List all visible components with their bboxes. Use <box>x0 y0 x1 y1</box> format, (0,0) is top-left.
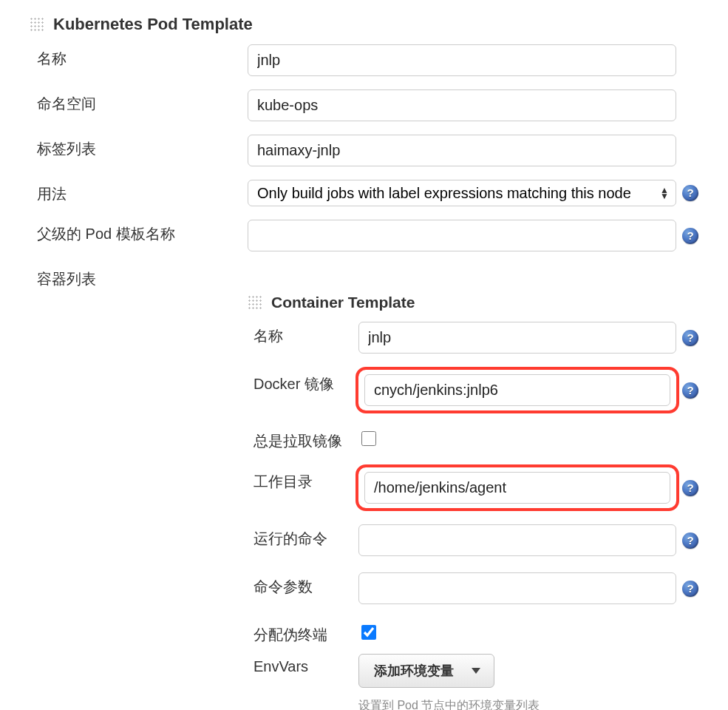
row-pod-usage: 用法 Only build jobs with label expression… <box>30 180 698 206</box>
select-pod-usage[interactable]: Only build jobs with label expressions m… <box>248 180 676 206</box>
help-icon[interactable] <box>682 480 698 496</box>
add-envvar-label: 添加环境变量 <box>374 662 454 680</box>
highlight-docker-image <box>356 367 679 413</box>
drag-handle-icon[interactable] <box>30 17 44 32</box>
label-working-dir: 工作目录 <box>248 467 358 492</box>
label-pod-containers: 容器列表 <box>30 265 248 289</box>
label-pod-namespace: 命名空间 <box>30 89 248 114</box>
label-allocate-tty: 分配伪终端 <box>248 621 358 645</box>
row-command: 运行的命令 <box>248 524 698 556</box>
label-always-pull: 总是拉取镜像 <box>248 427 358 451</box>
row-working-dir: 工作目录 <box>248 467 698 508</box>
help-icon[interactable] <box>682 228 698 244</box>
row-args: 命令参数 <box>248 572 698 604</box>
help-icon[interactable] <box>682 382 698 399</box>
row-envvars: EnvVars 添加环境变量 设置到 Pod 节点中的环境变量列表 <box>248 654 698 710</box>
input-pod-parent[interactable] <box>248 220 676 251</box>
label-pod-usage: 用法 <box>30 180 248 204</box>
input-command[interactable] <box>358 524 676 556</box>
label-container-image: Docker 镜像 <box>248 370 358 394</box>
container-template-section: Container Template 名称 Docker 镜像 总是拉取镜像 工… <box>248 294 698 710</box>
row-allocate-tty: 分配伪终端 <box>248 621 698 645</box>
caret-down-icon <box>472 668 480 674</box>
row-pod-labels: 标签列表 <box>30 135 698 166</box>
label-pod-parent: 父级的 Pod 模板名称 <box>30 220 248 244</box>
input-container-image[interactable] <box>364 374 670 406</box>
checkbox-always-pull[interactable] <box>361 431 376 446</box>
row-pod-name: 名称 <box>30 44 698 76</box>
container-template-title: Container Template <box>271 294 415 311</box>
row-pod-containers: 容器列表 <box>30 265 698 289</box>
label-args: 命令参数 <box>248 572 358 597</box>
row-pod-namespace: 命名空间 <box>30 89 698 121</box>
input-pod-name[interactable] <box>248 44 676 76</box>
label-pod-name: 名称 <box>30 44 248 69</box>
help-icon[interactable] <box>682 185 698 201</box>
add-envvar-button[interactable]: 添加环境变量 <box>358 654 494 688</box>
highlight-working-dir <box>356 464 679 511</box>
envvars-hint: 设置到 Pod 节点中的环境变量列表 <box>358 698 540 710</box>
row-pod-parent: 父级的 Pod 模板名称 <box>30 220 698 251</box>
label-envvars: EnvVars <box>248 654 358 675</box>
pod-template-title: Kubernetes Pod Template <box>53 15 253 34</box>
help-icon[interactable] <box>682 581 698 597</box>
help-icon[interactable] <box>682 330 698 346</box>
checkbox-allocate-tty[interactable] <box>361 625 376 640</box>
row-always-pull: 总是拉取镜像 <box>248 427 698 451</box>
input-pod-namespace[interactable] <box>248 89 676 121</box>
row-container-image: Docker 镜像 <box>248 370 698 410</box>
container-template-header: Container Template <box>248 294 698 311</box>
row-container-name: 名称 <box>248 322 698 354</box>
input-container-name[interactable] <box>358 322 676 354</box>
label-command: 运行的命令 <box>248 524 358 549</box>
label-pod-labels: 标签列表 <box>30 135 248 159</box>
input-args[interactable] <box>358 572 676 604</box>
help-icon[interactable] <box>682 532 698 549</box>
label-container-name: 名称 <box>248 322 358 346</box>
input-pod-labels[interactable] <box>248 135 676 166</box>
drag-handle-icon[interactable] <box>248 295 262 310</box>
pod-template-header: Kubernetes Pod Template <box>30 15 698 34</box>
input-working-dir[interactable] <box>364 472 670 504</box>
